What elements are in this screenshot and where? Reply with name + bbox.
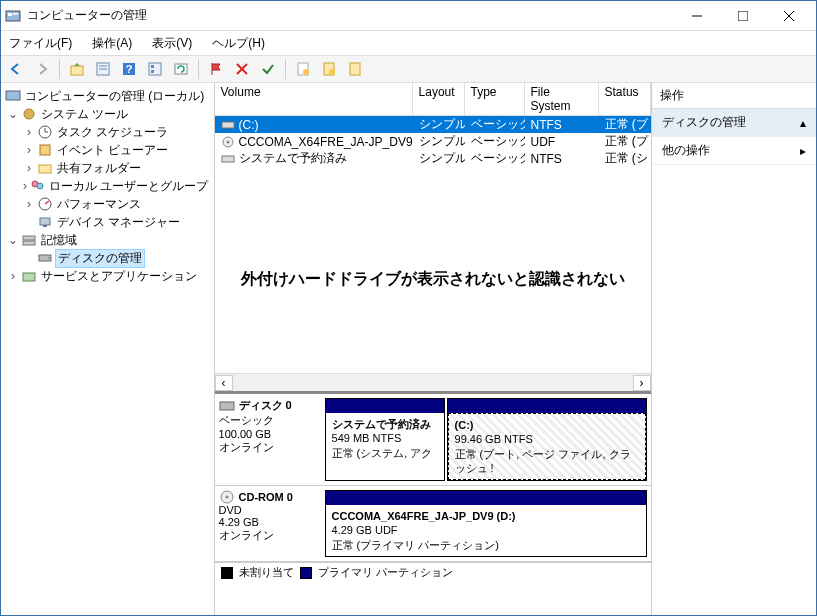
refresh-button[interactable] (170, 58, 192, 80)
partition-d[interactable]: CCCOMA_X64FRE_JA-JP_DV9 (D:) 4.29 GB UDF… (325, 490, 647, 557)
tools-icon (21, 106, 37, 122)
legend-primary-swatch (300, 567, 312, 579)
toolbar: ? (1, 55, 816, 83)
check-icon[interactable] (257, 58, 279, 80)
volume-row[interactable]: CCCOMA_X64FRE_JA-JP_DV9 (D:) シンプル ベーシック … (215, 133, 651, 150)
drive-icon (221, 119, 235, 131)
collapse-icon[interactable]: ⌄ (7, 107, 19, 121)
minimize-button[interactable] (674, 2, 720, 30)
svg-rect-2 (13, 13, 18, 15)
partition-reserved[interactable]: システムで予約済み 549 MB NTFS 正常 (システム, アク (325, 398, 445, 481)
svg-rect-13 (149, 63, 161, 75)
help-button[interactable]: ? (118, 58, 140, 80)
expand-icon[interactable]: › (7, 269, 19, 283)
tree-root[interactable]: コンピューターの管理 (ローカル) (3, 87, 212, 105)
doc3-icon[interactable] (344, 58, 366, 80)
window-title: コンピューターの管理 (27, 7, 674, 24)
cdrom-0[interactable]: CD-ROM 0 DVD 4.29 GB オンライン CCCOMA_X64FRE… (215, 486, 651, 562)
clock-icon (37, 124, 53, 140)
actions-pane: 操作 ディスクの管理 ▴ 他の操作 ▸ (652, 83, 816, 615)
svg-rect-30 (39, 165, 51, 173)
maximize-button[interactable] (720, 2, 766, 30)
tree-perf[interactable]: › パフォーマンス (3, 195, 212, 213)
menu-view[interactable]: 表示(V) (148, 33, 196, 54)
col-volume[interactable]: Volume (215, 83, 413, 115)
tree-task[interactable]: › タスク スケジューラ (3, 123, 212, 141)
svg-rect-29 (40, 145, 50, 155)
svg-point-20 (303, 69, 309, 75)
volume-row[interactable]: (C:) シンプル ベーシック NTFS 正常 (ブ (215, 116, 651, 133)
svg-rect-42 (222, 122, 234, 128)
tree-storage[interactable]: ⌄ 記憶域 (3, 231, 212, 249)
svg-text:?: ? (126, 63, 133, 75)
volume-list[interactable]: Volume Layout Type File System Status (C… (215, 83, 651, 373)
tree-users[interactable]: › ローカル ユーザーとグループ (3, 177, 212, 195)
tree-diskmgmt[interactable]: ディスクの管理 (3, 249, 212, 267)
col-layout[interactable]: Layout (413, 83, 465, 115)
legend-unalloc-swatch (221, 567, 233, 579)
tree-shared[interactable]: › 共有フォルダー (3, 159, 212, 177)
svg-rect-35 (40, 218, 50, 225)
disk-map: ディスク 0 ベーシック 100.00 GB オンライン システムで予約済み 5… (215, 391, 651, 615)
menu-help[interactable]: ヘルプ(H) (208, 33, 269, 54)
tree-device[interactable]: デバイス マネージャー (3, 213, 212, 231)
expand-icon[interactable]: › (23, 125, 35, 139)
svg-rect-23 (350, 63, 360, 75)
overlay-message: 外付けハードドライブが表示されないと認識されない (215, 269, 651, 290)
partition-c[interactable]: (C:) 99.46 GB NTFS 正常 (ブート, ページ ファイル, クラ… (447, 398, 647, 481)
delete-icon[interactable] (231, 58, 253, 80)
actions-title: 操作 (652, 83, 816, 109)
storage-icon (21, 232, 37, 248)
legend: 未割り当て プライマリ パーティション (215, 562, 651, 582)
svg-point-25 (24, 109, 34, 119)
expand-icon[interactable]: › (23, 161, 35, 175)
folder-icon (37, 160, 53, 176)
tree-event[interactable]: › イベント ビューアー (3, 141, 212, 159)
expand-icon[interactable]: › (23, 143, 35, 157)
disc-icon (221, 136, 235, 148)
actions-section[interactable]: ディスクの管理 ▴ (652, 109, 816, 137)
title-bar: コンピューターの管理 (1, 1, 816, 31)
submenu-icon: ▸ (800, 144, 806, 158)
back-button[interactable] (5, 58, 27, 80)
up-button[interactable] (66, 58, 88, 80)
menu-file[interactable]: ファイル(F) (5, 33, 76, 54)
svg-rect-24 (6, 91, 20, 100)
h-scrollbar[interactable]: ‹ › (215, 373, 651, 391)
disk-icon (37, 250, 53, 266)
svg-rect-15 (151, 70, 154, 73)
col-status[interactable]: Status (599, 83, 651, 115)
svg-point-40 (48, 257, 50, 259)
disk-0[interactable]: ディスク 0 ベーシック 100.00 GB オンライン システムで予約済み 5… (215, 394, 651, 486)
cdrom-icon (219, 490, 235, 504)
doc1-icon[interactable] (292, 58, 314, 80)
col-fs[interactable]: File System (525, 83, 599, 115)
svg-rect-36 (43, 225, 47, 227)
volume-row[interactable]: システムで予約済み シンプル ベーシック NTFS 正常 (シ (215, 150, 651, 167)
volume-header: Volume Layout Type File System Status (215, 83, 651, 116)
col-type[interactable]: Type (465, 83, 525, 115)
collapse-icon[interactable]: ▴ (800, 116, 806, 130)
collapse-icon[interactable]: ⌄ (7, 233, 19, 247)
center-pane: Volume Layout Type File System Status (C… (215, 83, 652, 615)
svg-rect-7 (71, 66, 83, 75)
expand-icon[interactable]: › (23, 197, 35, 211)
svg-point-22 (329, 69, 335, 75)
menu-action[interactable]: 操作(A) (88, 33, 136, 54)
tree-systools[interactable]: ⌄ システム ツール (3, 105, 212, 123)
doc2-icon[interactable] (318, 58, 340, 80)
forward-button[interactable] (31, 58, 53, 80)
scroll-right-icon[interactable]: › (633, 375, 651, 391)
tree-services[interactable]: › サービスとアプリケーション (3, 267, 212, 285)
flag-icon[interactable] (205, 58, 227, 80)
nav-tree[interactable]: コンピューターの管理 (ローカル) ⌄ システム ツール › タスク スケジュー… (1, 83, 215, 615)
scroll-left-icon[interactable]: ‹ (215, 375, 233, 391)
close-button[interactable] (766, 2, 812, 30)
users-icon (29, 178, 45, 194)
actions-more[interactable]: 他の操作 ▸ (652, 137, 816, 165)
properties-button[interactable] (92, 58, 114, 80)
svg-point-48 (225, 496, 228, 499)
expand-icon[interactable]: › (23, 179, 27, 193)
drive-icon (221, 153, 235, 165)
list-button[interactable] (144, 58, 166, 80)
